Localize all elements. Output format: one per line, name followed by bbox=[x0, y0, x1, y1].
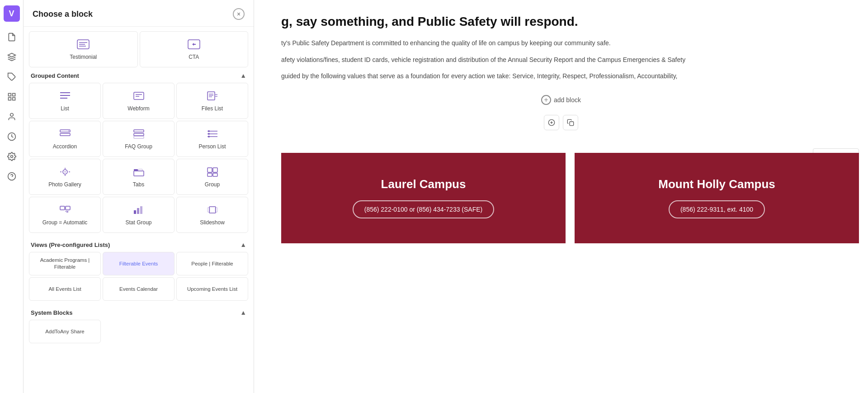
grouped-content-grid: List Webform Files List Accordion bbox=[24, 83, 254, 237]
svg-point-8 bbox=[10, 156, 13, 158]
block-testimonial[interactable]: Testimonial bbox=[29, 31, 138, 67]
laurel-campus-phone[interactable]: (856) 222-0100 or (856) 434-7233 (SAFE) bbox=[353, 200, 494, 218]
person-list-label: Person List bbox=[198, 143, 226, 150]
webform-label: Webform bbox=[127, 105, 149, 112]
svg-rect-5 bbox=[12, 98, 15, 100]
block-accordion[interactable]: Accordion bbox=[29, 121, 101, 157]
svg-point-37 bbox=[208, 130, 210, 132]
block-group[interactable]: Group bbox=[176, 159, 248, 195]
svg-rect-54 bbox=[66, 206, 70, 210]
view-academic-programs-label: Academic Programs | Filterable bbox=[32, 257, 98, 270]
system-blocks-section-header[interactable]: System Blocks ▲ bbox=[24, 304, 254, 320]
cta-label: CTA bbox=[189, 54, 199, 60]
block-faq-group[interactable]: FAQ Group bbox=[103, 121, 175, 157]
system-blocks-grid: AddToAny Share bbox=[24, 320, 254, 347]
sidebar-icon-help[interactable] bbox=[4, 168, 20, 185]
copy-action-button[interactable] bbox=[563, 115, 578, 130]
group-icon bbox=[207, 167, 218, 179]
close-button[interactable]: × bbox=[233, 8, 245, 20]
svg-rect-50 bbox=[213, 168, 217, 172]
testimonial-icon bbox=[77, 39, 90, 51]
svg-point-41 bbox=[64, 171, 66, 173]
svg-rect-52 bbox=[213, 173, 217, 176]
page-para-1: ty's Public Safety Department is committ… bbox=[281, 38, 841, 48]
grouped-content-label: Grouped Content bbox=[31, 72, 79, 79]
laurel-campus-card: Laurel Campus (856) 222-0100 or (856) 43… bbox=[281, 153, 566, 243]
mount-holly-campus-phone[interactable]: (856) 222-9311, ext. 4100 bbox=[669, 200, 765, 218]
add-block-row: + add block bbox=[281, 92, 841, 108]
cta-icon bbox=[188, 39, 200, 51]
svg-rect-51 bbox=[208, 173, 212, 176]
block-list[interactable]: List bbox=[29, 83, 101, 119]
stat-group-icon bbox=[133, 205, 145, 217]
svg-rect-19 bbox=[134, 92, 144, 99]
block-webform[interactable]: Webform bbox=[103, 83, 175, 119]
stat-group-label: Stat Group bbox=[125, 219, 151, 226]
view-upcoming-events[interactable]: Upcoming Events List bbox=[176, 277, 248, 301]
svg-rect-29 bbox=[60, 133, 70, 136]
sidebar-icon-tag[interactable] bbox=[4, 69, 20, 85]
svg-rect-2 bbox=[8, 94, 11, 96]
views-section-header[interactable]: Views (Pre-configured Lists) ▲ bbox=[24, 237, 254, 252]
view-people-filterable[interactable]: People | Filterable bbox=[176, 252, 248, 275]
page-para-2: afety violations/fines, student ID cards… bbox=[281, 55, 841, 65]
sidebar-icon-layers[interactable] bbox=[4, 49, 20, 65]
sidebar-icon-clock[interactable] bbox=[4, 128, 20, 145]
sidebar-icon-person[interactable] bbox=[4, 109, 20, 125]
tabs-icon bbox=[133, 167, 145, 179]
views-toggle: ▲ bbox=[240, 241, 246, 248]
svg-rect-56 bbox=[137, 208, 139, 214]
testimonial-label: Testimonial bbox=[70, 54, 97, 60]
laurel-campus-name: Laurel Campus bbox=[381, 177, 466, 191]
block-tabs[interactable]: Tabs bbox=[103, 159, 175, 195]
block-cta[interactable]: CTA bbox=[140, 31, 249, 67]
block-files-list[interactable]: Files List bbox=[176, 83, 248, 119]
top-blocks-row: Testimonial CTA bbox=[24, 27, 254, 67]
app-logo[interactable]: V bbox=[4, 5, 20, 22]
photo-gallery-label: Photo Gallery bbox=[48, 181, 81, 188]
view-academic-programs[interactable]: Academic Programs | Filterable bbox=[29, 252, 101, 275]
grouped-content-section-header[interactable]: Grouped Content ▲ bbox=[24, 67, 254, 83]
view-all-events[interactable]: All Events List bbox=[29, 277, 101, 301]
view-events-calendar[interactable]: Events Calendar bbox=[103, 277, 175, 301]
block-chooser-panel: Choose a block × Testimonial CTA Grouped… bbox=[24, 0, 254, 393]
action-bar bbox=[281, 115, 841, 130]
group-automatic-label: Group = Automatic bbox=[42, 219, 88, 226]
accordion-icon bbox=[59, 129, 71, 141]
list-icon bbox=[59, 91, 71, 103]
svg-point-6 bbox=[10, 114, 13, 117]
sidebar-icon-settings[interactable] bbox=[4, 148, 20, 165]
block-stat-group[interactable]: Stat Group bbox=[103, 197, 175, 233]
add-block-button[interactable]: + add block bbox=[535, 92, 587, 108]
page-content: g, say something, and Public Safety will… bbox=[254, 0, 868, 393]
block-slideshow[interactable]: Slideshow bbox=[176, 197, 248, 233]
block-photo-gallery[interactable]: Photo Gallery bbox=[29, 159, 101, 195]
svg-marker-0 bbox=[8, 53, 15, 57]
system-blocks-toggle: ▲ bbox=[240, 309, 246, 316]
view-events-calendar-label: Events Calendar bbox=[119, 286, 158, 293]
svg-rect-33 bbox=[134, 136, 144, 138]
page-heading: g, say something, and Public Safety will… bbox=[281, 14, 841, 30]
slideshow-label: Slideshow bbox=[200, 219, 225, 226]
files-list-label: Files List bbox=[202, 105, 223, 112]
views-label: Views (Pre-configured Lists) bbox=[31, 241, 110, 248]
sidebar-icon-page[interactable] bbox=[4, 29, 20, 45]
views-grid: Academic Programs | Filterable Filterabl… bbox=[24, 252, 254, 304]
add-block-plus-icon: + bbox=[541, 95, 551, 105]
group-automatic-icon bbox=[59, 205, 71, 217]
svg-rect-32 bbox=[134, 133, 144, 136]
system-blocks-label: System Blocks bbox=[31, 309, 73, 316]
sidebar: V bbox=[0, 0, 24, 393]
block-chooser-header: Choose a block × bbox=[24, 0, 254, 27]
block-person-list[interactable]: Person List bbox=[176, 121, 248, 157]
block-group-automatic[interactable]: Group = Automatic bbox=[29, 197, 101, 233]
view-filterable-events[interactable]: Filterable Events bbox=[103, 252, 175, 275]
add-action-button[interactable] bbox=[544, 115, 559, 130]
photo-gallery-icon bbox=[59, 167, 71, 179]
system-addtoany[interactable]: AddToAny Share bbox=[29, 320, 101, 343]
svg-rect-48 bbox=[134, 171, 144, 176]
svg-rect-58 bbox=[209, 207, 216, 213]
svg-rect-3 bbox=[12, 94, 15, 96]
sidebar-icon-grid[interactable] bbox=[4, 89, 20, 105]
view-filterable-events-label: Filterable Events bbox=[119, 260, 158, 267]
